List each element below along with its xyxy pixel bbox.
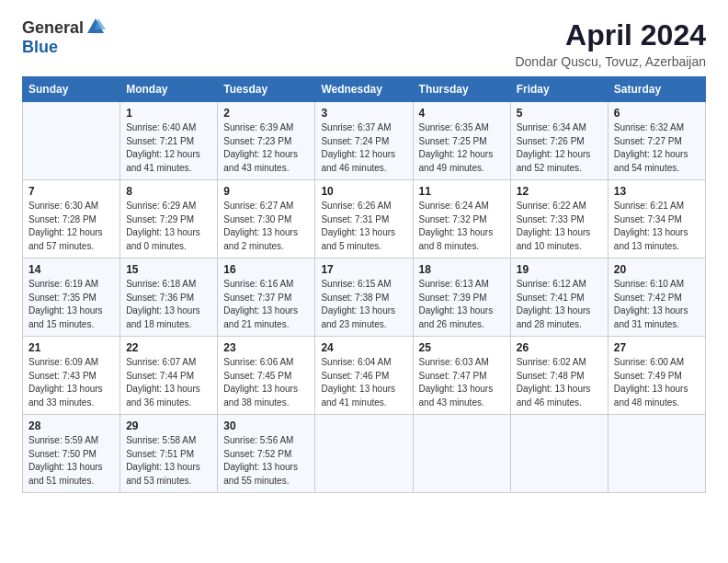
calendar-cell: 22Sunrise: 6:07 AM Sunset: 7:44 PM Dayli…	[120, 337, 218, 415]
calendar-cell: 25Sunrise: 6:03 AM Sunset: 7:47 PM Dayli…	[413, 337, 510, 415]
col-header-monday: Monday	[120, 77, 218, 102]
calendar-cell: 12Sunrise: 6:22 AM Sunset: 7:33 PM Dayli…	[510, 180, 608, 259]
cell-day-number: 20	[614, 263, 700, 276]
cell-day-number: 21	[28, 341, 114, 354]
calendar-row-3: 14Sunrise: 6:19 AM Sunset: 7:35 PM Dayli…	[23, 259, 706, 337]
calendar-cell: 27Sunrise: 6:00 AM Sunset: 7:49 PM Dayli…	[608, 337, 705, 415]
calendar-row-2: 7Sunrise: 6:30 AM Sunset: 7:28 PM Daylig…	[23, 180, 706, 259]
cell-day-number: 22	[126, 341, 211, 354]
cell-info-text: Sunrise: 5:59 AM Sunset: 7:50 PM Dayligh…	[28, 434, 114, 488]
calendar-cell: 4Sunrise: 6:35 AM Sunset: 7:25 PM Daylig…	[413, 102, 510, 180]
calendar-cell: 16Sunrise: 6:16 AM Sunset: 7:37 PM Dayli…	[218, 259, 315, 337]
calendar-cell: 19Sunrise: 6:12 AM Sunset: 7:41 PM Dayli…	[510, 259, 608, 337]
cell-day-number: 9	[223, 185, 309, 198]
cell-day-number: 11	[419, 185, 505, 198]
calendar-cell: 10Sunrise: 6:26 AM Sunset: 7:31 PM Dayli…	[315, 180, 413, 259]
calendar-table: SundayMondayTuesdayWednesdayThursdayFrid…	[22, 76, 706, 493]
calendar-cell: 28Sunrise: 5:59 AM Sunset: 7:50 PM Dayli…	[23, 415, 120, 493]
cell-day-number: 3	[321, 107, 406, 120]
calendar-cell: 3Sunrise: 6:37 AM Sunset: 7:24 PM Daylig…	[315, 102, 413, 180]
cell-day-number: 15	[126, 263, 211, 276]
calendar-cell: 17Sunrise: 6:15 AM Sunset: 7:38 PM Dayli…	[315, 259, 413, 337]
logo-icon	[85, 17, 106, 37]
cell-day-number: 28	[28, 419, 114, 432]
calendar-cell: 24Sunrise: 6:04 AM Sunset: 7:46 PM Dayli…	[315, 337, 413, 415]
header: General Blue April 2024 Dondar Quscu, To…	[22, 18, 706, 69]
cell-day-number: 17	[321, 263, 406, 276]
cell-info-text: Sunrise: 6:21 AM Sunset: 7:34 PM Dayligh…	[614, 200, 700, 253]
cell-day-number: 10	[321, 185, 406, 198]
cell-info-text: Sunrise: 6:35 AM Sunset: 7:25 PM Dayligh…	[419, 121, 505, 175]
calendar-cell: 9Sunrise: 6:27 AM Sunset: 7:30 PM Daylig…	[218, 180, 315, 259]
cell-info-text: Sunrise: 6:37 AM Sunset: 7:24 PM Dayligh…	[321, 121, 406, 175]
calendar-cell	[510, 415, 608, 493]
calendar-cell: 8Sunrise: 6:29 AM Sunset: 7:29 PM Daylig…	[120, 180, 218, 259]
calendar-cell: 6Sunrise: 6:32 AM Sunset: 7:27 PM Daylig…	[608, 102, 705, 180]
calendar-cell: 7Sunrise: 6:30 AM Sunset: 7:28 PM Daylig…	[23, 180, 120, 259]
cell-day-number: 25	[419, 341, 505, 354]
cell-day-number: 30	[223, 419, 309, 432]
month-title: April 2024	[515, 18, 706, 52]
cell-info-text: Sunrise: 6:19 AM Sunset: 7:35 PM Dayligh…	[28, 278, 114, 331]
calendar-cell: 2Sunrise: 6:39 AM Sunset: 7:23 PM Daylig…	[218, 102, 315, 180]
col-header-sunday: Sunday	[23, 77, 120, 102]
calendar-cell: 21Sunrise: 6:09 AM Sunset: 7:43 PM Dayli…	[23, 337, 120, 415]
cell-day-number: 18	[419, 263, 505, 276]
calendar-header-row: SundayMondayTuesdayWednesdayThursdayFrid…	[23, 77, 706, 102]
calendar-cell	[413, 415, 510, 493]
cell-info-text: Sunrise: 6:22 AM Sunset: 7:33 PM Dayligh…	[517, 200, 602, 253]
calendar-cell: 14Sunrise: 6:19 AM Sunset: 7:35 PM Dayli…	[23, 259, 120, 337]
calendar-cell: 5Sunrise: 6:34 AM Sunset: 7:26 PM Daylig…	[510, 102, 608, 180]
calendar-row-5: 28Sunrise: 5:59 AM Sunset: 7:50 PM Dayli…	[23, 415, 706, 493]
cell-info-text: Sunrise: 6:07 AM Sunset: 7:44 PM Dayligh…	[126, 356, 211, 409]
calendar-cell	[608, 415, 705, 493]
cell-day-number: 29	[126, 419, 211, 432]
cell-day-number: 1	[126, 107, 211, 120]
cell-info-text: Sunrise: 6:15 AM Sunset: 7:38 PM Dayligh…	[321, 278, 406, 331]
calendar-cell	[23, 102, 120, 180]
calendar-cell: 1Sunrise: 6:40 AM Sunset: 7:21 PM Daylig…	[120, 102, 218, 180]
logo-general-text: General	[22, 18, 84, 38]
cell-info-text: Sunrise: 6:34 AM Sunset: 7:26 PM Dayligh…	[517, 121, 602, 175]
cell-info-text: Sunrise: 6:30 AM Sunset: 7:28 PM Dayligh…	[28, 200, 114, 253]
calendar-cell: 26Sunrise: 6:02 AM Sunset: 7:48 PM Dayli…	[510, 337, 608, 415]
col-header-wednesday: Wednesday	[315, 77, 413, 102]
col-header-saturday: Saturday	[608, 77, 705, 102]
cell-info-text: Sunrise: 6:13 AM Sunset: 7:39 PM Dayligh…	[419, 278, 505, 331]
cell-info-text: Sunrise: 6:09 AM Sunset: 7:43 PM Dayligh…	[28, 356, 114, 409]
calendar-cell	[315, 415, 413, 493]
location-subtitle: Dondar Quscu, Tovuz, Azerbaijan	[515, 54, 706, 69]
calendar-cell: 30Sunrise: 5:56 AM Sunset: 7:52 PM Dayli…	[218, 415, 315, 493]
col-header-thursday: Thursday	[413, 77, 510, 102]
calendar-cell: 15Sunrise: 6:18 AM Sunset: 7:36 PM Dayli…	[120, 259, 218, 337]
cell-day-number: 14	[28, 263, 114, 276]
cell-info-text: Sunrise: 6:24 AM Sunset: 7:32 PM Dayligh…	[419, 200, 505, 253]
cell-day-number: 8	[126, 185, 211, 198]
cell-day-number: 4	[419, 107, 505, 120]
cell-info-text: Sunrise: 6:29 AM Sunset: 7:29 PM Dayligh…	[126, 200, 211, 253]
cell-day-number: 27	[614, 341, 700, 354]
cell-info-text: Sunrise: 6:18 AM Sunset: 7:36 PM Dayligh…	[126, 278, 211, 331]
calendar-row-1: 1Sunrise: 6:40 AM Sunset: 7:21 PM Daylig…	[23, 102, 706, 180]
cell-day-number: 24	[321, 341, 406, 354]
col-header-friday: Friday	[510, 77, 608, 102]
cell-info-text: Sunrise: 6:16 AM Sunset: 7:37 PM Dayligh…	[223, 278, 309, 331]
cell-day-number: 16	[223, 263, 309, 276]
cell-info-text: Sunrise: 6:39 AM Sunset: 7:23 PM Dayligh…	[223, 121, 309, 175]
cell-info-text: Sunrise: 6:12 AM Sunset: 7:41 PM Dayligh…	[517, 278, 602, 331]
cell-info-text: Sunrise: 6:00 AM Sunset: 7:49 PM Dayligh…	[614, 356, 700, 409]
calendar-cell: 11Sunrise: 6:24 AM Sunset: 7:32 PM Dayli…	[413, 180, 510, 259]
cell-info-text: Sunrise: 5:56 AM Sunset: 7:52 PM Dayligh…	[223, 434, 309, 488]
cell-day-number: 6	[614, 107, 700, 120]
cell-info-text: Sunrise: 6:02 AM Sunset: 7:48 PM Dayligh…	[517, 356, 602, 409]
cell-day-number: 13	[614, 185, 700, 198]
calendar-row-4: 21Sunrise: 6:09 AM Sunset: 7:43 PM Dayli…	[23, 337, 706, 415]
cell-info-text: Sunrise: 6:26 AM Sunset: 7:31 PM Dayligh…	[321, 200, 406, 253]
calendar-cell: 29Sunrise: 5:58 AM Sunset: 7:51 PM Dayli…	[120, 415, 218, 493]
logo-blue-text: Blue	[22, 38, 58, 57]
cell-day-number: 2	[223, 107, 309, 120]
calendar-cell: 20Sunrise: 6:10 AM Sunset: 7:42 PM Dayli…	[608, 259, 705, 337]
cell-day-number: 12	[517, 185, 602, 198]
cell-info-text: Sunrise: 5:58 AM Sunset: 7:51 PM Dayligh…	[126, 434, 211, 488]
calendar-cell: 18Sunrise: 6:13 AM Sunset: 7:39 PM Dayli…	[413, 259, 510, 337]
